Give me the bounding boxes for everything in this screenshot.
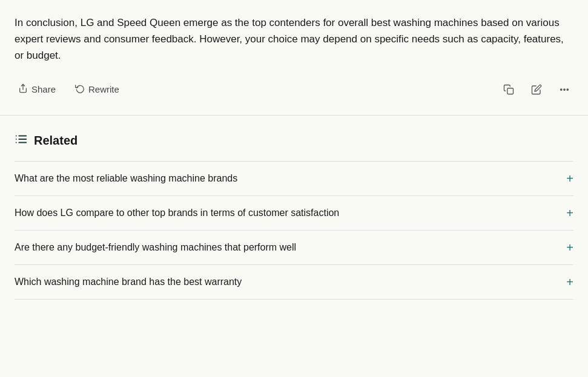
related-title: Related bbox=[34, 134, 78, 148]
svg-point-4 bbox=[567, 88, 568, 90]
related-item-text: Which washing machine brand has the best… bbox=[15, 277, 242, 287]
related-item[interactable]: How does LG compare to other top brands … bbox=[15, 195, 573, 230]
edit-button[interactable] bbox=[527, 82, 546, 97]
related-section: Related What are the most reliable washi… bbox=[0, 116, 588, 309]
related-header: Related bbox=[15, 133, 573, 149]
plus-icon: + bbox=[566, 172, 573, 185]
share-icon bbox=[18, 84, 28, 96]
rewrite-icon bbox=[75, 84, 85, 96]
related-item-text: Are there any budget-friendly washing ma… bbox=[15, 242, 296, 253]
related-item[interactable]: Are there any budget-friendly washing ma… bbox=[15, 230, 573, 264]
share-button[interactable]: Share bbox=[15, 81, 59, 98]
copy-button[interactable] bbox=[500, 82, 518, 97]
related-icon bbox=[15, 133, 28, 149]
related-list: What are the most reliable washing machi… bbox=[15, 161, 573, 300]
plus-icon: + bbox=[566, 241, 573, 254]
main-container: In conclusion, LG and Speed Queen emerge… bbox=[0, 0, 588, 377]
rewrite-button[interactable]: Rewrite bbox=[71, 81, 123, 98]
share-label: Share bbox=[31, 84, 56, 94]
svg-point-3 bbox=[564, 88, 565, 90]
action-bar: Share Rewrite bbox=[15, 76, 573, 105]
action-bar-left: Share Rewrite bbox=[15, 81, 123, 98]
related-item[interactable]: What are the most reliable washing machi… bbox=[15, 161, 573, 195]
more-button[interactable] bbox=[555, 82, 573, 97]
conclusion-section: In conclusion, LG and Speed Queen emerge… bbox=[0, 0, 588, 115]
svg-rect-1 bbox=[507, 88, 514, 94]
related-item-text: How does LG compare to other top brands … bbox=[15, 208, 339, 218]
svg-point-2 bbox=[561, 88, 562, 90]
conclusion-text: In conclusion, LG and Speed Queen emerge… bbox=[15, 15, 573, 64]
action-bar-right bbox=[500, 82, 573, 97]
rewrite-label: Rewrite bbox=[88, 84, 119, 94]
related-item-text: What are the most reliable washing machi… bbox=[15, 173, 237, 184]
related-item[interactable]: Which washing machine brand has the best… bbox=[15, 264, 573, 300]
plus-icon: + bbox=[566, 276, 573, 288]
plus-icon: + bbox=[566, 207, 573, 219]
